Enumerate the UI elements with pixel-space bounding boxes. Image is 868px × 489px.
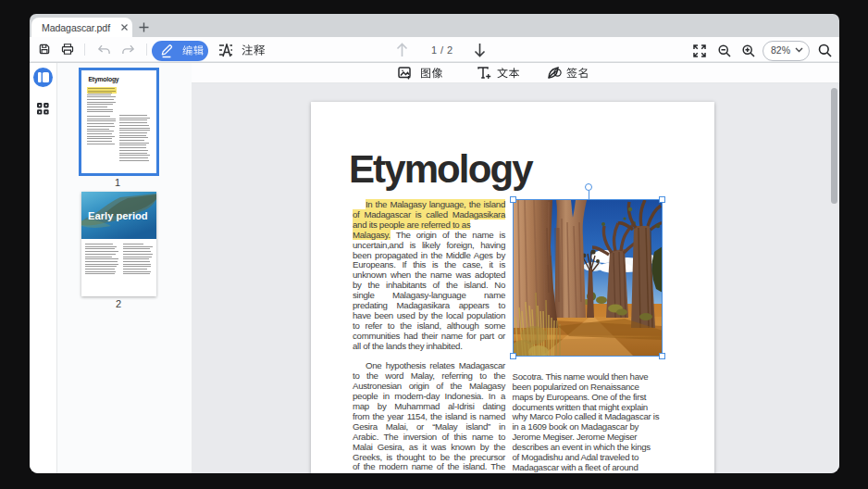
svg-text:Early period: Early period [88,210,148,221]
